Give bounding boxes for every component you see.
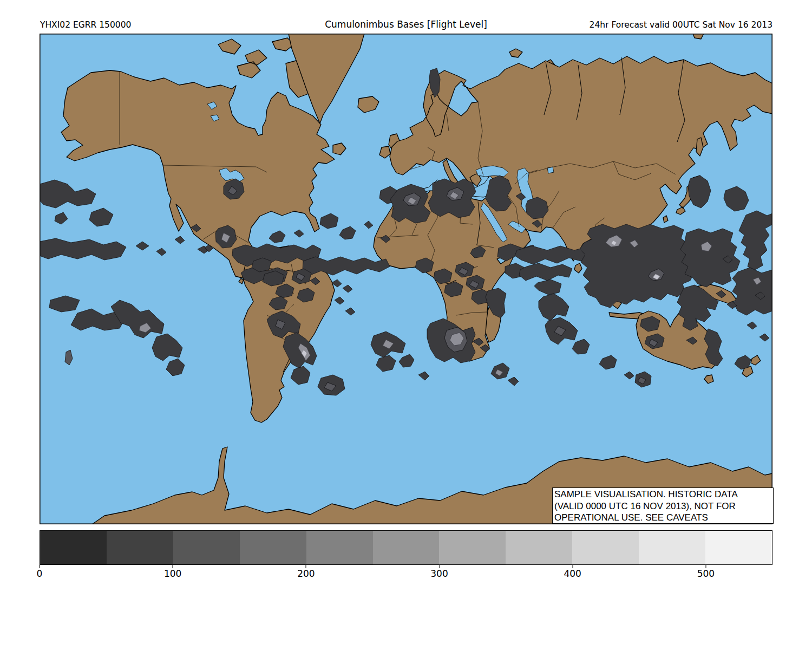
- world-map: [40, 34, 772, 524]
- colorbar-segment: [373, 531, 440, 564]
- colorbar-tick-label: 300: [430, 568, 448, 579]
- caveat-line: SAMPLE VISUALISATION. HISTORIC DATA: [554, 489, 771, 500]
- colorbar-tick-label: 400: [564, 568, 581, 579]
- colorbar-tick-label: 200: [297, 568, 315, 579]
- caveat-line: OPERATIONAL USE. SEE CAVEATS: [554, 512, 771, 524]
- forecast-valid-text: 24hr Forecast valid 00UTC Sat Nov 16 201…: [590, 20, 772, 30]
- colorbar: [40, 530, 772, 565]
- colorbar-segment: [705, 531, 772, 564]
- colorbar-segment: [439, 531, 506, 564]
- colorbar-segment: [306, 531, 373, 564]
- colorbar-segment: [107, 531, 173, 564]
- caveat-box: SAMPLE VISUALISATION. HISTORIC DATA (VAL…: [552, 487, 774, 524]
- colorbar-segment: [639, 531, 705, 564]
- colorbar-tick-label: 500: [697, 568, 715, 579]
- caveat-line: (VALID 0000 UTC 16 NOV 2013), NOT FOR: [554, 500, 771, 512]
- colorbar-segment: [240, 531, 306, 564]
- colorbar-tick-label: 100: [164, 568, 181, 579]
- product-id-text: YHXI02 EGRR 150000: [40, 20, 131, 30]
- colorbar-ticks: 0100200300400500: [40, 565, 772, 584]
- colorbar-tick-label: 0: [37, 568, 43, 579]
- colorbar-segment: [506, 531, 572, 564]
- page-title: Cumulonimbus Bases [Flight Level]: [325, 19, 487, 30]
- colorbar-segment: [173, 531, 240, 564]
- colorbar-segment: [572, 531, 639, 564]
- colorbar-segment: [40, 531, 107, 564]
- world-map-svg: [40, 34, 772, 524]
